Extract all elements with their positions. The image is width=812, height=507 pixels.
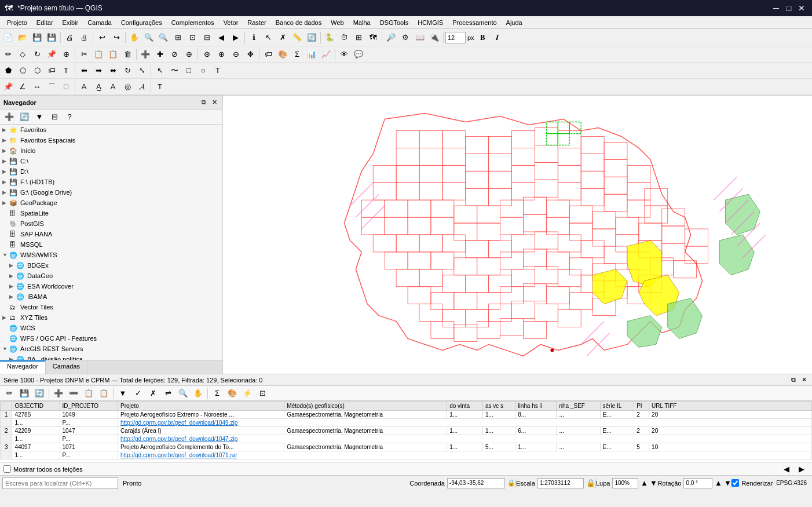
add-feature-btn[interactable]: ➕: [138, 48, 152, 61]
dig1-btn[interactable]: ⬟: [1, 64, 15, 78]
table-row[interactable]: 1... P... http://gd.cprm.gov.br/geof_dow…: [1, 435, 812, 443]
toggle-edit-btn[interactable]: ✏: [2, 386, 16, 400]
del-vertex-btn[interactable]: ⊖: [229, 48, 243, 61]
zoom-next-btn[interactable]: ▶: [229, 31, 243, 45]
tree-vector-tiles[interactable]: 🗂 Vector Tiles: [0, 302, 222, 312]
col-nha[interactable]: nha _SEF: [557, 402, 600, 411]
plugin-btn[interactable]: 🔌: [427, 31, 441, 45]
scroll-right-btn[interactable]: ▶: [795, 462, 809, 476]
menu-editar[interactable]: Editar: [32, 16, 58, 29]
scale-lock-btn[interactable]: 🔒: [586, 479, 595, 488]
python-btn[interactable]: 🐍: [323, 31, 336, 45]
move-vertex-btn[interactable]: ✥: [243, 48, 257, 61]
tree-bdgex[interactable]: ▶ 🌐 BDGEx: [0, 260, 222, 271]
dist-btn[interactable]: ↔: [30, 80, 44, 94]
map-btn[interactable]: 🗺: [366, 31, 380, 45]
add-row-btn[interactable]: ➕: [52, 386, 65, 400]
menu-malha[interactable]: Malha: [349, 16, 375, 29]
save-project-btn[interactable]: 💾: [30, 31, 44, 45]
coord-input[interactable]: [447, 478, 505, 488]
tree-esa[interactable]: ▶ 🌐 ESA Worldcover: [0, 281, 222, 291]
font-size-input[interactable]: [445, 32, 466, 43]
area-btn[interactable]: □: [59, 80, 73, 94]
angle-btn[interactable]: ∠: [16, 80, 30, 94]
undo-btn[interactable]: ↩: [95, 31, 109, 45]
add-resource-btn[interactable]: ➕: [2, 110, 16, 124]
tree-ba[interactable]: ▶ 🌐 BA - divisão política: [0, 354, 222, 360]
tree-ibama[interactable]: ▶ 🌐 IBAMA: [0, 291, 222, 302]
pan-btn[interactable]: ✋: [127, 31, 141, 45]
col-urltiff[interactable]: URL TIFF: [649, 402, 812, 411]
zoom-selection-btn[interactable]: ⊟: [200, 31, 214, 45]
tab-navigator[interactable]: Navegador: [0, 360, 46, 374]
tree-mssql[interactable]: 🗄 MSSQL: [0, 239, 222, 250]
menu-projeto[interactable]: Projeto: [2, 16, 32, 29]
table-row[interactable]: 1... P... http://gd.cprm.gov.br/geof_dow…: [1, 419, 812, 427]
filter-btn[interactable]: ▼: [116, 386, 130, 400]
italic-btn[interactable]: 𝑰: [491, 31, 504, 45]
menu-configuracoes[interactable]: Configurações: [116, 16, 167, 29]
col-idprojeto[interactable]: ID_PROJETO: [60, 402, 118, 411]
actions-btn[interactable]: ⚡: [240, 386, 254, 400]
tree-datageo[interactable]: ▶ 🌐 DataGeo: [0, 271, 222, 281]
paste-row-btn[interactable]: 📋: [97, 386, 111, 400]
new-project-btn[interactable]: 📄: [1, 31, 15, 45]
process-btn[interactable]: ⚙: [398, 31, 412, 45]
url-link-3[interactable]: http://gd.cprm.gov.br/geof_download/1071…: [120, 452, 237, 458]
move-btn[interactable]: ✚: [153, 48, 167, 61]
copy-row-btn[interactable]: 📋: [82, 386, 96, 400]
calc-btn[interactable]: ⊞: [352, 31, 365, 45]
navigator-tree[interactable]: ▶ ⭐ Favoritos ▶ 📁 Favoritos Espaciais ▶ …: [0, 125, 222, 360]
render-checkbox[interactable]: [731, 479, 739, 487]
offset-btn[interactable]: ⊕: [59, 48, 73, 61]
save-edits-btn[interactable]: 💾: [17, 386, 31, 400]
dock-btn[interactable]: ⊡: [255, 386, 269, 400]
redo-btn[interactable]: ↪: [109, 31, 123, 45]
rotate2-btn[interactable]: ↻: [120, 64, 134, 78]
tree-favoritos-espaciais[interactable]: ▶ 📁 Favoritos Espaciais: [0, 135, 222, 145]
print2-btn[interactable]: 🖨: [77, 31, 91, 45]
table-btn[interactable]: 📊: [305, 48, 319, 61]
select-all-btn[interactable]: ✓: [131, 386, 145, 400]
tree-wcs[interactable]: 🌐 WCS: [0, 323, 222, 333]
deselect-btn[interactable]: ✗: [276, 31, 290, 45]
open-project-btn[interactable]: 📂: [16, 31, 30, 45]
measure-btn[interactable]: 📏: [290, 31, 304, 45]
close-button[interactable]: ✕: [796, 2, 807, 14]
zoom-layer-btn[interactable]: ⊡: [185, 31, 199, 45]
close-panel-btn[interactable]: ✕: [210, 98, 219, 107]
tree-postgis[interactable]: 🐘 PostGIS: [0, 218, 222, 229]
col-metodos[interactable]: Método(s) geofísico(s): [284, 402, 447, 411]
tree-inicio[interactable]: ▶ 🏠 Início: [0, 145, 222, 156]
dig2-btn[interactable]: ⬠: [16, 64, 30, 78]
tree-wmswmts[interactable]: ▼ 🌐 WMS/WMTS: [0, 250, 222, 260]
epsg-button[interactable]: EPSG:4326: [773, 476, 810, 490]
format-btn[interactable]: A̲: [92, 80, 105, 94]
add-vertex-btn[interactable]: ⊕: [214, 48, 228, 61]
rotate-btn[interactable]: ↻: [30, 48, 44, 61]
menu-exibir[interactable]: Exibir: [58, 16, 83, 29]
col-num[interactable]: [1, 402, 12, 411]
maximize-button[interactable]: □: [783, 2, 795, 14]
menu-vetor[interactable]: Vetor: [219, 16, 243, 29]
tree-geopackage[interactable]: ▶ 📦 GeoPackage: [0, 198, 222, 208]
field-calc-btn[interactable]: Σ: [290, 48, 304, 61]
tree-favoritos[interactable]: ▶ ⭐ Favoritos: [0, 125, 222, 135]
search-input[interactable]: [2, 477, 118, 489]
reload-btn[interactable]: 🔄: [32, 386, 46, 400]
label-btn[interactable]: 🏷: [261, 48, 275, 61]
tab-layers[interactable]: Camadas: [46, 360, 87, 374]
col-asvcs[interactable]: as vc s: [482, 402, 515, 411]
rot-up-btn[interactable]: ▲: [715, 476, 722, 490]
url-link-2[interactable]: http://gd.cprm.gov.br/geof_download/1047…: [120, 436, 237, 442]
menu-dsgtools[interactable]: DSGTools: [375, 16, 414, 29]
scale-btn[interactable]: ⤡: [135, 64, 149, 78]
map-area[interactable]: [223, 96, 812, 374]
minimize-button[interactable]: ─: [770, 2, 782, 14]
refresh-btn[interactable]: 🔄: [305, 31, 319, 45]
rotation-input[interactable]: [683, 478, 712, 488]
delete-btn[interactable]: 🗑: [120, 48, 134, 61]
menu-processamento[interactable]: Processamento: [448, 16, 501, 29]
label2-btn[interactable]: 🏷: [45, 64, 58, 78]
url-link-1[interactable]: http://gd.cprm.gov.br/geof_download/1049…: [120, 420, 237, 426]
